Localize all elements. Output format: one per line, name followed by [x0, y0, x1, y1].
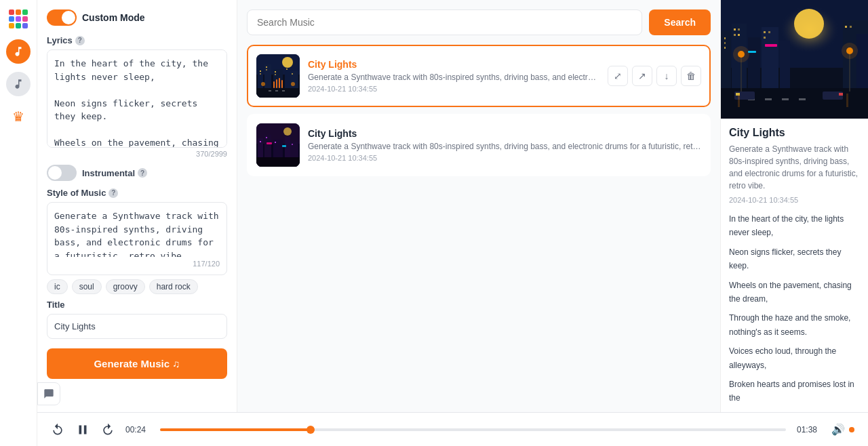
svg-rect-16 [256, 88, 300, 98]
music-card-1[interactable]: City Lights Generate a Synthwave track w… [247, 45, 711, 107]
card-desc-2: Generate a Synthwave track with 80s-insp… [308, 142, 701, 151]
lyrics-line-5: Voices echo loud, through the alleyways, [729, 344, 860, 372]
svg-rect-53 [738, 34, 740, 36]
lyrics-char-count: 370/2999 [47, 150, 227, 158]
svg-rect-9 [275, 71, 276, 73]
right-panel-title: City Lights [729, 127, 860, 139]
sidebar-item-music[interactable] [6, 39, 31, 64]
svg-rect-50 [734, 28, 736, 31]
generate-music-button[interactable]: Generate Music ♫ [47, 348, 227, 379]
svg-rect-68 [799, 98, 806, 100]
svg-point-44 [794, 9, 824, 39]
sidebar-item-crown[interactable]: ♛ [6, 104, 31, 129]
svg-rect-12 [286, 68, 288, 70]
title-input[interactable] [47, 314, 227, 339]
svg-rect-51 [738, 28, 740, 31]
tag-ic[interactable]: ic [47, 279, 68, 294]
search-bar-row: Search [247, 9, 711, 35]
style-char-count: 117/120 [54, 260, 220, 268]
svg-point-21 [291, 82, 295, 86]
instrumental-toggle[interactable] [47, 165, 77, 181]
left-panel: Custom Mode Lyrics ? In the heart of the… [37, 0, 237, 446]
svg-rect-47 [724, 42, 726, 44]
crown-icon: ♛ [12, 108, 24, 125]
search-input-wrap [247, 9, 642, 35]
instrumental-help-icon[interactable]: ? [138, 168, 147, 178]
app-logo-icon [6, 7, 31, 31]
lyrics-line-4: Through the haze and the smoke, nothing'… [729, 311, 860, 339]
card-info-2: City Lights Generate a Synthwave track w… [308, 128, 701, 162]
tag-soul[interactable]: soul [72, 279, 102, 294]
lyrics-line-2: Neon signs flicker, secrets they keep. [729, 245, 860, 273]
style-help-icon[interactable]: ? [108, 188, 118, 198]
svg-rect-4 [260, 73, 261, 75]
rewind-button[interactable] [51, 423, 64, 437]
svg-rect-48 [724, 47, 726, 49]
svg-rect-14 [292, 73, 293, 75]
search-button[interactable]: Search [649, 9, 711, 35]
card-share-button-1[interactable]: ↗ [632, 66, 652, 86]
lyrics-line-6: Broken hearts and promises lost in the [729, 378, 860, 405]
svg-rect-38 [267, 142, 272, 144]
right-panel-date: 2024-10-21 10:34:55 [729, 196, 860, 204]
svg-rect-36 [292, 144, 293, 145]
svg-rect-19 [282, 90, 285, 92]
style-input[interactable]: Generate a Synthwave track with 80s-insp… [54, 209, 220, 257]
custom-mode-row: Custom Mode [47, 9, 227, 26]
svg-point-75 [733, 46, 749, 62]
search-input[interactable] [257, 10, 632, 35]
feedback-button[interactable] [37, 382, 60, 405]
sidebar-item-alt-music[interactable] [6, 72, 31, 96]
player-bar: 00:24 01:38 🔊 [37, 412, 868, 446]
tag-groovy[interactable]: groovy [106, 279, 145, 294]
instrumental-label: Instrumental ? [82, 168, 147, 178]
right-panel-description: Generate a Synthwave track with 80s-insp… [729, 143, 860, 192]
svg-rect-24 [279, 78, 280, 88]
music-card-2[interactable]: City Lights Generate a Synthwave track w… [247, 114, 711, 176]
volume-icon[interactable]: 🔊 [831, 423, 845, 436]
right-panel-image [721, 0, 868, 119]
lyrics-input[interactable]: In the heart of the city, the lights nev… [47, 49, 227, 148]
card-actions-1: ⤢ ↗ ↓ 🗑 [608, 66, 701, 86]
svg-rect-23 [276, 79, 277, 88]
svg-rect-61 [845, 26, 847, 28]
card-date-2: 2024-10-21 10:34:55 [308, 154, 701, 162]
svg-point-20 [261, 82, 265, 86]
instrumental-row: Instrumental ? [47, 165, 227, 181]
sidebar: ♛ [0, 0, 37, 446]
svg-rect-58 [764, 37, 766, 39]
tag-hard-rock[interactable]: hard rock [149, 279, 198, 294]
lyrics-label: Lyrics ? [47, 35, 227, 45]
style-of-music-box: Generate a Synthwave track with 80s-insp… [47, 202, 227, 275]
custom-mode-label: Custom Mode [82, 12, 145, 23]
card-desc-1: Generate a Synthwave track with 80s-insp… [308, 73, 599, 82]
card-delete-button-1[interactable]: 🗑 [681, 66, 701, 86]
center-panel: Search [237, 0, 720, 446]
right-panel: City Lights Generate a Synthwave track w… [720, 0, 868, 446]
play-pause-button[interactable] [73, 420, 93, 440]
card-info-1: City Lights Generate a Synthwave track w… [308, 59, 599, 93]
total-time: 01:38 [797, 425, 821, 434]
svg-rect-72 [839, 93, 843, 96]
progress-bar[interactable] [160, 428, 786, 431]
svg-point-40 [283, 127, 292, 136]
svg-point-78 [842, 43, 858, 59]
current-time: 00:24 [125, 425, 149, 434]
svg-rect-67 [782, 98, 789, 100]
svg-rect-29 [260, 141, 261, 142]
svg-rect-6 [266, 66, 267, 68]
lyrics-help-icon[interactable]: ? [75, 36, 85, 45]
forward-button[interactable] [101, 423, 115, 437]
custom-mode-toggle[interactable] [47, 9, 77, 26]
card-expand-button-1[interactable]: ⤢ [608, 66, 628, 86]
lyrics-line-3: Wheels on the pavement, chasing the drea… [729, 279, 860, 306]
svg-rect-57 [768, 31, 770, 33]
svg-rect-22 [273, 81, 275, 88]
style-of-music-label: Style of Music ? [47, 188, 227, 198]
svg-rect-80 [748, 51, 756, 53]
svg-rect-17 [269, 90, 271, 92]
svg-rect-31 [266, 137, 267, 138]
card-download-button-1[interactable]: ↓ [656, 66, 677, 86]
title-row: Title [47, 300, 227, 339]
title-label: Title [47, 300, 227, 310]
